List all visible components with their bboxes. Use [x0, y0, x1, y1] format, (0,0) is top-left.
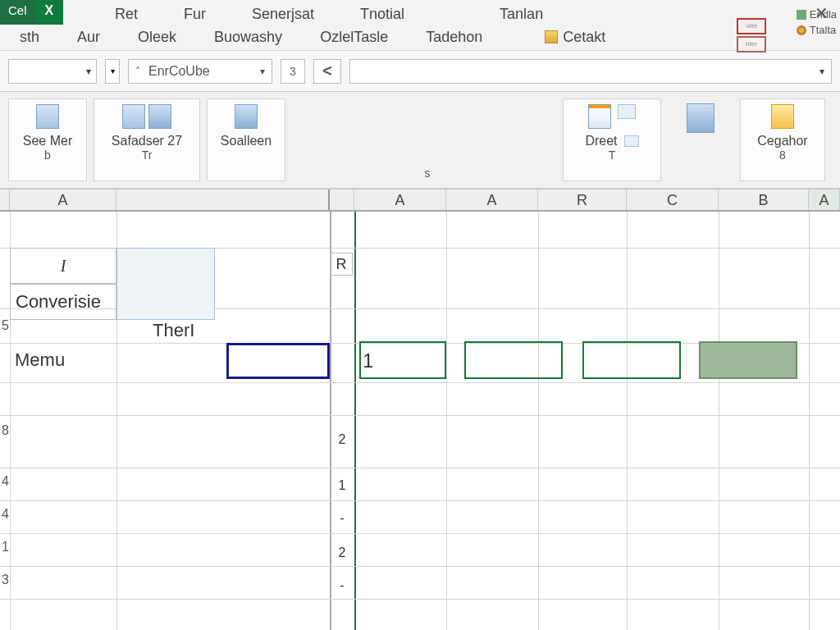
tab-cetakt[interactable]: Cetakt — [545, 29, 605, 46]
pane-icon-1[interactable]: otet — [737, 18, 766, 34]
ribbon-group-icon[interactable] — [668, 98, 733, 181]
row-num[interactable]: 3 — [2, 573, 9, 587]
pane-toggle-group: otet hter — [737, 18, 766, 52]
right-options: Endla Ttalta — [797, 8, 837, 39]
cell-shaded[interactable] — [116, 248, 215, 320]
titlebar: Cel X ✕ Ret Fur Senerjsat Tnotial Tanlan… — [0, 0, 840, 51]
ribbon-group-4[interactable]: Dreet T — [563, 98, 661, 181]
ribbon-group-1[interactable]: See Mer b — [8, 98, 87, 181]
mini-dropdown[interactable]: ▾ — [105, 59, 120, 84]
table-icon — [687, 103, 714, 133]
narrow-cell[interactable]: - — [333, 571, 351, 600]
spreadsheet-grid[interactable]: I Converisie Memu TherI R 1 5 8 4 4 1 3 … — [0, 212, 840, 630]
cell-converise[interactable]: Converisie — [10, 284, 116, 320]
selection-outline-1 — [359, 341, 446, 379]
function-name: EnrCoUbe — [148, 64, 210, 79]
col-header-b[interactable]: B — [719, 189, 809, 210]
book-icon — [36, 104, 59, 129]
col-header-a[interactable]: A — [10, 189, 116, 210]
selection-outline-2 — [464, 341, 563, 379]
chevron-down-icon: ▾ — [86, 66, 91, 77]
cell-i[interactable]: I — [10, 248, 116, 284]
tab-fur[interactable]: Fur — [184, 6, 206, 23]
tab-oleek[interactable]: Oleek — [138, 29, 176, 46]
formula-bar-row: ▾ ▾ ˄ EnrCoUbe ▾ 3 < ▾ — [0, 51, 840, 92]
small-box-icon — [618, 104, 636, 119]
menu-row-1: Ret Fur Senerjsat Tnotial Tanlan — [0, 3, 840, 25]
row-num[interactable]: 4 — [2, 474, 9, 489]
col-header-a-last[interactable]: A — [809, 189, 840, 210]
col-header-a2[interactable]: A — [354, 189, 446, 210]
col-header-r[interactable]: R — [538, 189, 627, 210]
ribbon-group-2[interactable]: Safadser 27 Tr — [94, 98, 200, 181]
tab-tanlan[interactable]: Tanlan — [500, 6, 543, 23]
narrow-cell[interactable]: 2 — [333, 538, 351, 568]
gear-icon — [797, 25, 806, 35]
menu-row-2: sth Aur Oleek Buowashy OzlelTasle Tadeho… — [0, 26, 840, 48]
tab-ozletasle[interactable]: OzlelTasle — [320, 29, 388, 46]
column-headers: A A A R C B A — [0, 189, 840, 212]
col-header-c[interactable]: C — [627, 189, 719, 210]
ribbon-group-5[interactable]: Cegahor 8 — [740, 98, 825, 181]
row-num[interactable]: 8 — [2, 423, 9, 438]
formula-input[interactable]: ▾ — [349, 59, 832, 84]
cell-r-small[interactable]: R — [330, 253, 353, 276]
row-num[interactable]: 1 — [2, 540, 9, 555]
folder-icon — [771, 104, 794, 129]
col-header-a3[interactable]: A — [446, 189, 538, 210]
tab-tadehon[interactable]: Tadehon — [426, 29, 482, 46]
narrow-cell[interactable]: - — [333, 504, 351, 533]
narrow-cell[interactable]: 2 — [333, 423, 351, 456]
list-icon — [797, 10, 806, 20]
book-icon — [235, 104, 258, 129]
step-number[interactable]: 3 — [281, 59, 305, 84]
cube-icon — [545, 30, 558, 43]
tab-buowashy[interactable]: Buowashy — [214, 29, 282, 46]
name-box[interactable]: ▾ — [8, 59, 97, 84]
book-icon — [148, 104, 171, 129]
sheet-icon — [588, 104, 611, 129]
cell-memu[interactable]: Memu — [10, 343, 116, 377]
ribbon-group-3[interactable]: Soalleen — [207, 98, 285, 181]
tab-senerjsat[interactable]: Senerjsat — [252, 6, 314, 23]
tab-aur[interactable]: Aur — [77, 29, 100, 46]
selection-outline-3 — [582, 341, 681, 379]
ribbon-mid-label: s — [425, 167, 431, 180]
selection-fill — [699, 341, 797, 379]
function-box[interactable]: ˄ EnrCoUbe ▾ — [128, 59, 272, 84]
book-icon — [122, 104, 145, 129]
row-num[interactable]: 5 — [2, 318, 9, 333]
narrow-cell[interactable]: 1 — [333, 471, 351, 500]
row-num[interactable]: 4 — [2, 507, 9, 522]
cell-ther[interactable]: TherI — [148, 317, 213, 345]
chevron-down-icon: ▾ — [260, 66, 265, 77]
opt-endla[interactable]: Endla — [797, 8, 837, 21]
active-cell[interactable] — [226, 343, 330, 379]
chevron-down-icon: ▾ — [819, 66, 824, 77]
small-box-icon — [624, 135, 639, 147]
tab-sth[interactable]: sth — [20, 29, 39, 46]
caret-up-icon: ˄ — [135, 66, 140, 77]
opt-ttalta[interactable]: Ttalta — [797, 24, 837, 36]
pane-icon-2[interactable]: hter — [737, 36, 766, 52]
back-button[interactable]: < — [313, 59, 341, 84]
tab-tnotial[interactable]: Tnotial — [360, 6, 404, 23]
chevron-down-icon: ▾ — [111, 66, 115, 75]
tab-ret[interactable]: Ret — [115, 6, 138, 23]
ribbon: See Mer b Safadser 27 Tr Soalleen s Dree… — [0, 92, 840, 189]
